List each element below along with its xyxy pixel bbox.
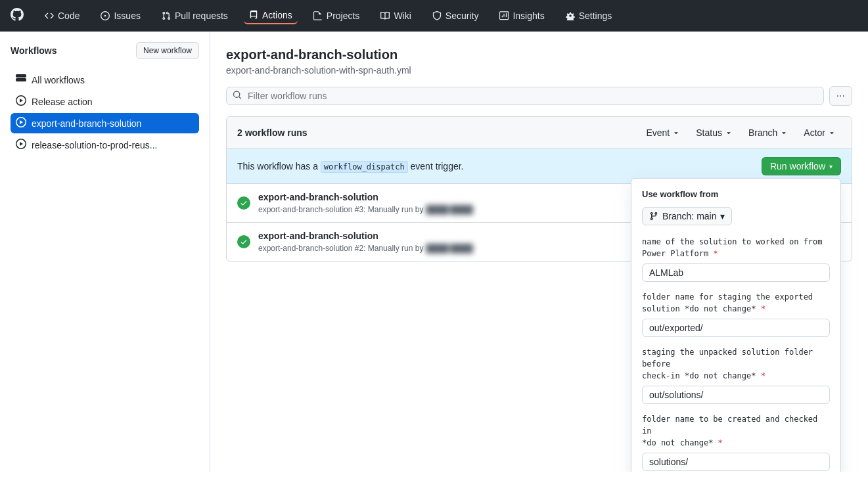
all-workflows-icon <box>16 74 26 86</box>
workflow-title: export-and-branch-solution <box>226 47 852 62</box>
nav-issues[interactable]: Issues <box>95 8 145 24</box>
nav-security[interactable]: Security <box>427 8 484 24</box>
branch-selector[interactable]: Branch: main ▾ <box>642 207 732 225</box>
runs-container: 2 workflow runs Event Status Branch <box>226 116 852 261</box>
nav-insights[interactable]: Insights <box>494 8 549 24</box>
export-branch-icon <box>16 117 26 129</box>
event-filter-button[interactable]: Event <box>641 125 685 141</box>
release-action-icon <box>16 95 26 108</box>
field-unpacked-folder: staging the unpacked solution folder bef… <box>642 346 830 413</box>
field-label-exported: folder name for staging the exported sol… <box>642 291 830 315</box>
nav-settings[interactable]: Settings <box>560 8 618 24</box>
field-exported-folder: folder name for staging the exported sol… <box>642 291 830 346</box>
dispatch-banner: This workflow has a workflow_dispatch ev… <box>227 149 852 184</box>
new-workflow-button[interactable]: New workflow <box>136 42 199 59</box>
field-solution-name: name of the solution to worked on from P… <box>642 236 830 291</box>
nav-projects[interactable]: Projects <box>308 8 365 24</box>
run-success-icon <box>237 196 250 210</box>
required-mark-3: * <box>761 371 765 380</box>
branch-label: Branch: main <box>662 211 716 221</box>
runs-header: 2 workflow runs Event Status Branch <box>227 117 852 149</box>
branch-filter-button[interactable]: Branch <box>743 125 793 141</box>
dropdown-title: Use workflow from <box>642 189 830 199</box>
field-label-solution: name of the solution to worked on from P… <box>642 236 830 260</box>
sidebar-item-export-branch-label: export-and-branch-solution <box>32 118 141 129</box>
run-workflow-btn-wrap: Run workflow ▾ Use workflow from Branch:… <box>762 157 841 175</box>
runs-filters: Event Status Branch Actor <box>641 125 841 141</box>
sidebar-item-release-action[interactable]: Release action <box>11 91 199 112</box>
sidebar-item-export-branch[interactable]: export-and-branch-solution <box>11 113 199 133</box>
unpacked-folder-input[interactable] <box>642 386 830 404</box>
sidebar-item-all-workflows-label: All workflows <box>32 75 85 85</box>
branch-chevron-icon: ▾ <box>720 211 725 221</box>
required-mark: * <box>713 249 718 258</box>
github-logo[interactable] <box>11 8 24 24</box>
top-nav: Code Issues Pull requests Actions Projec… <box>0 0 868 32</box>
sidebar: Workflows New workflow All workflows Rel… <box>0 32 210 472</box>
field-label-checkedin: folder name to be created and checked in… <box>642 413 830 449</box>
checkedin-folder-input[interactable] <box>642 453 830 471</box>
release-prod-icon <box>16 139 26 151</box>
nav-pull-requests[interactable]: Pull requests <box>156 8 233 24</box>
sidebar-item-release-prod[interactable]: release-solution-to-prod-reus... <box>11 135 199 155</box>
run-avatar-2: ████ ████ <box>426 244 472 253</box>
nav-wiki[interactable]: Wiki <box>375 8 416 24</box>
dispatch-code: workflow_dispatch <box>321 161 408 173</box>
run-success-icon-2 <box>237 235 250 248</box>
filter-input[interactable] <box>226 87 824 105</box>
required-mark-4: * <box>718 438 723 447</box>
dispatch-text: This workflow has a workflow_dispatch ev… <box>237 161 463 171</box>
field-checkedin-folder: folder name to be created and checked in… <box>642 413 830 472</box>
sidebar-header: Workflows New workflow <box>11 42 199 59</box>
exported-folder-input[interactable] <box>642 319 830 337</box>
runs-count: 2 workflow runs <box>237 127 308 138</box>
actor-filter-button[interactable]: Actor <box>798 125 841 141</box>
run-avatar-1: ████ ████ <box>426 205 472 214</box>
solution-name-input[interactable] <box>642 263 830 282</box>
workflow-file: export-and-branch-solution-with-spn-auth… <box>226 65 852 76</box>
main-layout: Workflows New workflow All workflows Rel… <box>0 32 868 472</box>
required-mark-2: * <box>761 304 765 313</box>
sidebar-item-release-action-label: Release action <box>32 97 93 107</box>
nav-actions[interactable]: Actions <box>244 7 298 24</box>
run-workflow-button[interactable]: Run workflow ▾ <box>762 157 841 175</box>
main-content: export-and-branch-solution export-and-br… <box>210 32 868 472</box>
sidebar-title: Workflows <box>11 45 57 56</box>
nav-code[interactable]: Code <box>39 8 85 24</box>
sidebar-item-release-prod-label: release-solution-to-prod-reus... <box>32 140 157 150</box>
more-options-button[interactable]: ··· <box>829 86 852 106</box>
search-icon <box>233 91 242 102</box>
run-workflow-dropdown: Use workflow from Branch: main ▾ name of… <box>631 178 841 472</box>
chevron-down-icon: ▾ <box>829 163 833 170</box>
filter-bar: ··· <box>226 86 852 106</box>
filter-input-wrap <box>226 87 824 105</box>
sidebar-item-all-workflows[interactable]: All workflows <box>11 70 199 90</box>
field-label-unpacked: staging the unpacked solution folder bef… <box>642 346 830 382</box>
status-filter-button[interactable]: Status <box>691 125 738 141</box>
